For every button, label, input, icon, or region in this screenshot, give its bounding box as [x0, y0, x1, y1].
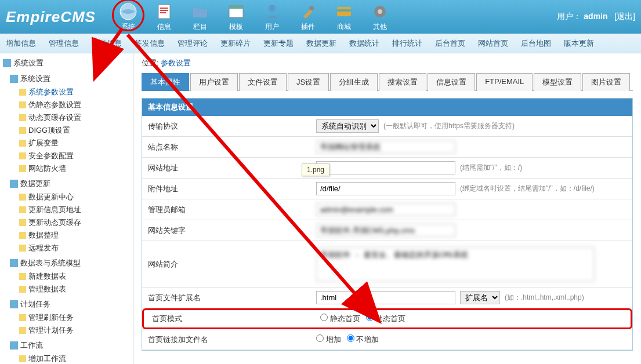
input-indexext[interactable]	[316, 291, 455, 304]
input-fileurl[interactable]	[316, 182, 455, 195]
tree-item[interactable]: 安全参数配置	[19, 150, 130, 162]
svg-rect-1	[158, 5, 170, 19]
svg-rect-7	[337, 9, 351, 12]
hint-indexext: (如：.html,.htm,.xml,.php)	[505, 293, 584, 303]
top-nav-shop[interactable]: 商城	[335, 2, 353, 32]
tree-item[interactable]: 网站防火墙	[19, 162, 130, 175]
breadcrumb-link[interactable]: 参数设置	[161, 59, 191, 67]
tree-item[interactable]: 管理计划任务	[19, 324, 130, 337]
top-nav-column[interactable]: 栏目	[191, 2, 209, 32]
tree-item[interactable]: 更新信息页地址	[19, 203, 130, 216]
tab-pic[interactable]: 图片设置	[582, 73, 630, 91]
sub-nav-item[interactable]: 数据更新	[306, 38, 336, 49]
tree-group-workflow[interactable]: 工作流	[10, 338, 130, 352]
tab-group[interactable]: 分组生成	[330, 73, 378, 91]
tree-group-model[interactable]: 数据表与系统模型	[10, 256, 130, 270]
tree-item[interactable]: 伪静态参数设置	[19, 99, 130, 111]
user-prefix: 用户：	[557, 12, 581, 21]
tab-search[interactable]: 搜索设置	[379, 73, 426, 91]
top-nav-template[interactable]: 模板	[227, 2, 245, 32]
tree-item[interactable]: 更新动态页缓存	[19, 216, 130, 229]
tree-item[interactable]: 新建数据表	[19, 270, 130, 283]
tree-group-cron[interactable]: 计划任务	[10, 297, 130, 311]
top-nav-user[interactable]: 用户	[263, 2, 281, 32]
tree-item[interactable]: 数据整理	[19, 229, 130, 242]
tab-info[interactable]: 信息设置	[428, 73, 475, 91]
tree-item[interactable]: 管理数据表	[19, 283, 130, 296]
radio-dynamic[interactable]: 动态首页	[366, 314, 406, 324]
tree-item[interactable]: 远程发布	[19, 242, 130, 254]
svg-rect-3	[229, 6, 243, 9]
tree-icon	[10, 259, 18, 267]
tree-item[interactable]: 扩展变量	[19, 137, 130, 150]
top-nav-system[interactable]: 系统	[119, 2, 137, 32]
top-nav-info[interactable]: 信息	[155, 2, 173, 32]
tree-group-update[interactable]: 数据更新	[10, 177, 130, 191]
input-keywords[interactable]	[316, 224, 455, 237]
tab-user[interactable]: 用户设置	[190, 73, 238, 91]
sub-nav-item[interactable]: 更新专题	[263, 38, 294, 49]
input-sitename[interactable]	[316, 140, 455, 154]
top-nav-plugin[interactable]: 插件	[299, 2, 317, 32]
input-siteurl[interactable]	[316, 161, 455, 174]
top-nav-label: 信息	[157, 22, 171, 32]
gear-icon	[371, 2, 389, 21]
tree-item-sysparam[interactable]: 系统参数设置	[19, 86, 130, 99]
user-info: 用户： admin [退出]	[557, 12, 635, 22]
globe-icon	[119, 2, 137, 21]
select-protocol[interactable]: 系统自动识别	[316, 119, 379, 133]
radio-noadd[interactable]: 不增加	[347, 334, 379, 345]
tree-icon	[3, 59, 11, 67]
hint-fileurl: (绑定域名时设置，结尾需加"/"，如：/d/file/)	[460, 184, 595, 194]
sub-nav-item[interactable]: 签发信息	[135, 38, 165, 49]
sub-nav-item[interactable]: 网站首页	[478, 38, 508, 49]
input-adminemail[interactable]	[316, 203, 455, 216]
tree-item[interactable]: 动态页缓存设置	[19, 111, 130, 124]
tab-ftp[interactable]: FTP/EMAIL	[476, 73, 533, 91]
annotation-box: 首页模式 静态首页 动态首页	[142, 308, 632, 329]
tree-item[interactable]: 数据更新中心	[19, 191, 130, 203]
sub-nav-item[interactable]: 更新碎片	[220, 38, 251, 49]
label-sitename: 站点名称	[142, 142, 316, 152]
content: 位置: 参数设置 基本属性 用户设置 文件设置 JS设置 分组生成 搜索设置 信…	[133, 53, 641, 364]
radio-static[interactable]: 静态首页	[320, 314, 360, 324]
label-keywords: 网站关键字	[142, 225, 316, 236]
top-nav-other[interactable]: 其他	[371, 2, 389, 32]
tree-item[interactable]: 增加工作流	[19, 352, 130, 364]
label-fileurl: 附件地址	[142, 184, 316, 194]
tab-js[interactable]: JS设置	[288, 73, 329, 91]
tab-model[interactable]: 模型设置	[534, 73, 581, 91]
tree-item[interactable]: DIGG顶设置	[19, 124, 130, 137]
top-nav-label: 栏目	[193, 22, 207, 32]
sub-nav-item[interactable]: 管理信息	[49, 38, 79, 49]
tab-file[interactable]: 文件设置	[239, 73, 287, 91]
sub-nav-item[interactable]: 后台地图	[521, 38, 551, 49]
hint-siteurl: (结尾需加"/"，如：/)	[460, 163, 522, 173]
sub-nav-item[interactable]: 版本更新	[564, 38, 594, 49]
sidebar: 系统设置 系统设置 系统参数设置 伪静态参数设置 动态页缓存设置 DIGG顶设置…	[0, 53, 133, 364]
logo: EmpireCMS	[6, 8, 96, 26]
logout-link[interactable]: [退出]	[614, 12, 635, 21]
sub-nav-item[interactable]: 增加信息	[6, 38, 36, 49]
file-tooltip: 1.png	[302, 163, 329, 176]
tree-root[interactable]: 系统设置	[3, 56, 130, 70]
sub-nav-item[interactable]: 数据统计	[349, 38, 379, 49]
panel-header: 基本信息设置	[142, 99, 632, 116]
svg-point-5	[309, 6, 314, 10]
tree-group-system[interactable]: 系统设置	[10, 72, 130, 86]
textarea-intro[interactable]	[316, 247, 595, 282]
tree-icon	[10, 300, 18, 308]
tree-item[interactable]: 管理刷新任务	[19, 311, 130, 324]
label-indexext: 首页文件扩展名	[142, 293, 316, 303]
select-indexext[interactable]: 扩展名	[460, 291, 500, 304]
sub-nav-item[interactable]: 管理评论	[178, 38, 208, 49]
tab-basic[interactable]: 基本属性	[142, 73, 189, 91]
hint-protocol: (一般默认即可，使用https需要服务器支持)	[383, 121, 515, 131]
sub-nav-item[interactable]: 审核信息	[92, 38, 122, 49]
sub-nav-item[interactable]: 排行统计	[392, 38, 422, 49]
sub-nav-item[interactable]: 后台首页	[435, 38, 465, 49]
svg-point-4	[269, 5, 276, 12]
radio-add[interactable]: 增加	[316, 334, 341, 345]
top-nav-label: 用户	[265, 22, 279, 32]
breadcrumb: 位置: 参数设置	[142, 58, 633, 68]
